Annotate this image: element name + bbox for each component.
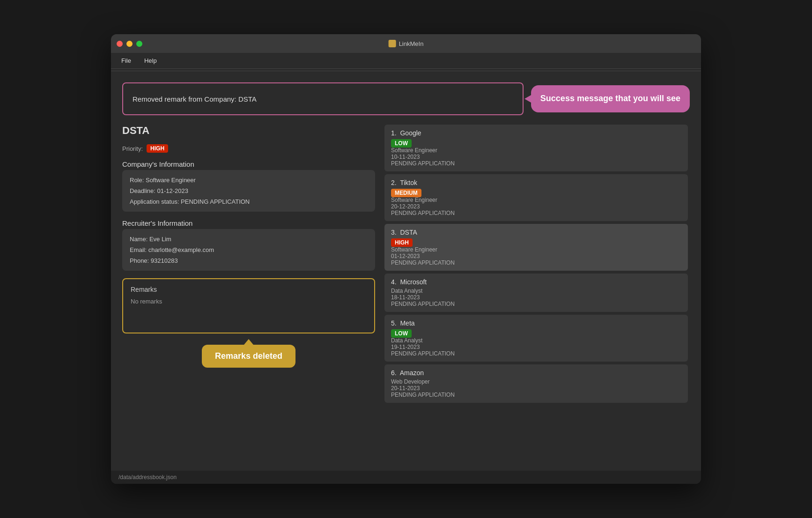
main-content: DSTA Priority: HIGH Company's Informatio…	[122, 125, 690, 461]
company-name: DSTA	[122, 125, 375, 137]
list-item-name: 2. Tiktok	[391, 179, 681, 186]
recruiter-info-box: Name: Eve Lim Email: charlotte@example.c…	[122, 229, 375, 271]
list-item-name: 3. DSTA	[391, 229, 681, 236]
company-info-section: Company's Information Role: Software Eng…	[122, 160, 375, 212]
divider	[111, 71, 701, 71]
maximize-button[interactable]	[136, 41, 142, 47]
priority-badge: HIGH	[147, 144, 168, 153]
list-item-priority: MEDIUM	[391, 189, 421, 197]
notification-row: Removed remark from Company: DSTA Succes…	[122, 82, 690, 115]
list-item-status: PENDING APPLICATION	[391, 160, 681, 167]
content-area: Removed remark from Company: DSTA Succes…	[111, 73, 701, 471]
list-item-status: PENDING APPLICATION	[391, 392, 681, 398]
company-status: Application status: PENDING APPLICATION	[130, 198, 368, 205]
list-item-role: Data Analyst	[391, 288, 681, 294]
remarks-content: No remarks	[131, 298, 367, 326]
list-item-status: PENDING APPLICATION	[391, 350, 681, 357]
priority-label: Priority:	[122, 145, 143, 152]
recruiter-info-section: Recruiter's Information Name: Eve Lim Em…	[122, 219, 375, 271]
list-item-date: 18-11-2023	[391, 294, 681, 301]
title-bar: LinkMeIn	[111, 34, 701, 53]
success-callout: Success message that you will see	[531, 85, 690, 112]
list-item-name: 5. Meta	[391, 319, 681, 327]
left-panel: DSTA Priority: HIGH Company's Informatio…	[122, 125, 375, 461]
list-item-date: 10-11-2023	[391, 154, 681, 160]
app-icon	[389, 40, 396, 47]
list-item-date: 20-12-2023	[391, 203, 681, 210]
company-deadline: Deadline: 01-12-2023	[130, 187, 368, 194]
list-item-status: PENDING APPLICATION	[391, 259, 681, 266]
remarks-callout-wrapper: Remarks deleted	[122, 345, 375, 368]
list-item[interactable]: 5. Meta LOW Data Analyst 19-11-2023 PEND…	[384, 315, 688, 362]
menu-bar: File Help	[111, 53, 701, 69]
remarks-section: Remarks No remarks	[122, 278, 375, 333]
list-item-priority: LOW	[391, 329, 412, 338]
traffic-lights	[117, 41, 142, 47]
status-path: /data/addressbook.json	[118, 474, 177, 481]
list-item-role: Data Analyst	[391, 337, 681, 344]
close-button[interactable]	[117, 41, 123, 47]
window-title: LinkMeIn	[389, 40, 424, 47]
remarks-title: Remarks	[131, 286, 367, 293]
app-window: LinkMeIn File Help Removed remark from C…	[111, 34, 701, 484]
list-item-date: 01-12-2023	[391, 253, 681, 259]
recruiter-name: Name: Eve Lim	[130, 236, 368, 243]
list-item-name: 4. Microsoft	[391, 278, 681, 286]
menu-help[interactable]: Help	[141, 56, 160, 65]
list-item-role: Software Engineer	[391, 197, 681, 203]
list-item-date: 20-11-2023	[391, 385, 681, 392]
list-item-status: PENDING APPLICATION	[391, 301, 681, 307]
list-item[interactable]: 2. Tiktok MEDIUM Software Engineer 20-12…	[384, 174, 688, 221]
list-item[interactable]: 4. Microsoft Data Analyst 18-11-2023 PEN…	[384, 274, 688, 312]
list-item-role: Software Engineer	[391, 147, 681, 154]
menu-file[interactable]: File	[118, 56, 134, 65]
list-item-priority: LOW	[391, 139, 412, 148]
list-item[interactable]: 1. Google LOW Software Engineer 10-11-20…	[384, 125, 688, 171]
list-item[interactable]: 6. Amazon Web Developer 20-11-2023 PENDI…	[384, 364, 688, 403]
list-item-priority: HIGH	[391, 238, 413, 247]
priority-row: Priority: HIGH	[122, 144, 375, 153]
company-role: Role: Software Engineer	[130, 177, 368, 184]
minimize-button[interactable]	[126, 41, 133, 47]
list-item-status: PENDING APPLICATION	[391, 210, 681, 216]
notification-box: Removed remark from Company: DSTA	[122, 82, 524, 115]
list-item-name: 6. Amazon	[391, 369, 681, 377]
recruiter-email: Email: charlotte@example.com	[130, 246, 368, 253]
list-item-role: Software Engineer	[391, 246, 681, 253]
list-item[interactable]: 3. DSTA HIGH Software Engineer 01-12-202…	[384, 224, 688, 271]
right-panel[interactable]: 1. Google LOW Software Engineer 10-11-20…	[384, 125, 690, 461]
list-item-date: 19-11-2023	[391, 344, 681, 350]
company-info-title: Company's Information	[122, 160, 375, 168]
remarks-callout: Remarks deleted	[202, 345, 295, 368]
notification-message: Removed remark from Company: DSTA	[133, 95, 257, 103]
recruiter-info-title: Recruiter's Information	[122, 219, 375, 227]
recruiter-phone: Phone: 93210283	[130, 257, 368, 264]
company-info-box: Role: Software Engineer Deadline: 01-12-…	[122, 170, 375, 212]
list-item-role: Web Developer	[391, 378, 681, 385]
status-bar: /data/addressbook.json	[111, 471, 701, 484]
list-item-name: 1. Google	[391, 129, 681, 137]
